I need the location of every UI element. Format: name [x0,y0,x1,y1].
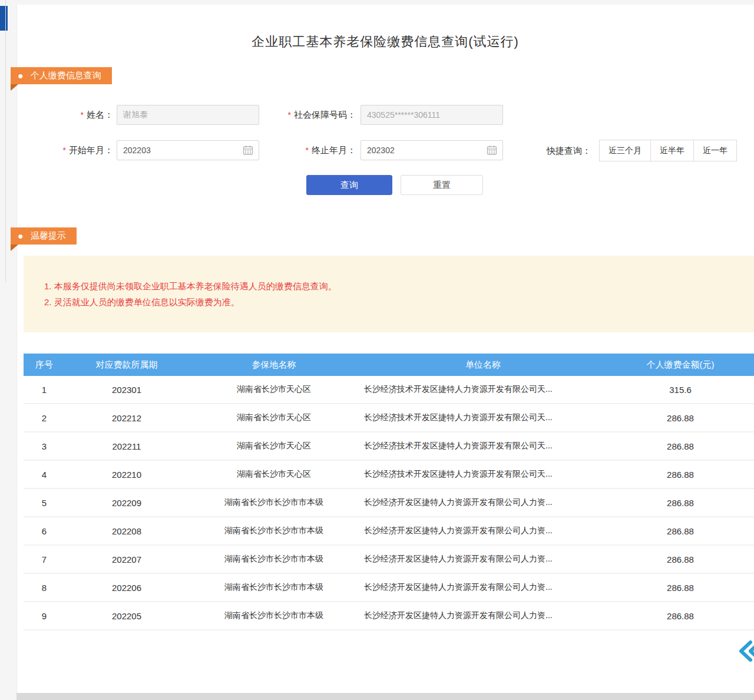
required-asterisk: * [63,146,66,155]
table-cell: 286.88 [607,441,754,451]
table-cell: 202301 [65,385,188,395]
page: 企业职工基本养老保险缴费信息查询(试运行) ● 个人缴费信息查询 *姓名： *社… [0,0,754,700]
table-cell: 长沙经济开发区捷特人力资源开发有限公司人力资... [359,497,607,508]
left-corner-accent [0,6,8,31]
table-cell: 湖南省长沙市天心区 [188,384,359,395]
table-cell: 286.88 [607,554,754,564]
table-cell: 湖南省长沙市天心区 [188,412,359,423]
table-cell: 202205 [65,611,188,621]
required-asterisk: * [306,146,309,155]
table-cell: 202209 [65,498,188,508]
results-table-body: 1202301湖南省长沙市天心区长沙经济技术开发区捷特人力资源开发有限公司天..… [24,376,754,630]
bullet-icon: ● [18,232,24,241]
table-cell: 286.88 [607,413,754,423]
double-chevron-left-icon[interactable] [738,640,754,662]
table-cell: 长沙经济开发区捷特人力资源开发有限公司人力资... [359,582,607,593]
table-cell: 202207 [65,554,188,564]
table-cell: 长沙经济开发区捷特人力资源开发有限公司人力资... [359,526,607,536]
table-cell: 湖南省长沙市天心区 [188,441,359,451]
reset-button[interactable]: 重置 [401,175,483,195]
table-cell: 长沙经济技术开发区捷特人力资源开发有限公司天... [359,441,607,451]
table-cell: 5 [24,498,65,508]
table-cell: 长沙经济技术开发区捷特人力资源开发有限公司天... [359,384,607,395]
quick-range-button[interactable]: 近三个月 [599,140,651,161]
table-cell: 2 [24,413,65,423]
table-cell: 202211 [65,441,188,451]
table-cell: 3 [24,441,65,451]
results-table-header: 序号对应费款所属期参保地名称单位名称个人缴费金额(元) [24,354,754,376]
table-row: 7202207湖南省长沙市长沙市市本级长沙经济开发区捷特人力资源开发有限公司人力… [24,546,754,574]
quick-query-group: 近三个月近半年近一年 [600,140,737,161]
table-row: 5202209湖南省长沙市长沙市市本级长沙经济开发区捷特人力资源开发有限公司人力… [24,489,754,517]
header-cell: 序号 [24,359,65,371]
table-row: 4202210湖南省长沙市天心区长沙经济技术开发区捷特人力资源开发有限公司天..… [24,461,754,489]
calendar-icon[interactable] [243,145,253,156]
table-cell: 湖南省长沙市长沙市市本级 [188,526,359,536]
table-cell: 湖南省长沙市长沙市市本级 [188,610,359,621]
table-cell: 湖南省长沙市天心区 [188,469,359,480]
table-cell: 8 [24,583,65,593]
notice-line: 1. 本服务仅提供尚未领取企业职工基本养老保险待遇人员的缴费信息查询。 [44,278,754,294]
header-cell: 单位名称 [359,359,607,371]
header-cell: 参保地名称 [188,359,359,371]
section-header-personal-query: ● 个人缴费信息查询 [11,67,112,84]
ssn-field[interactable] [361,105,503,125]
name-field[interactable] [117,105,259,125]
ssn-label: *社会保障号码： [264,105,356,125]
table-cell: 长沙经济开发区捷特人力资源开发有限公司人力资... [359,610,607,621]
notice-line: 2. 灵活就业人员的缴费单位信息以实际缴费为准。 [44,294,754,310]
table-cell: 4 [24,470,65,480]
table-row: 2202212湖南省长沙市天心区长沙经济技术开发区捷特人力资源开发有限公司天..… [24,404,754,432]
section-header-tips: ● 温馨提示 [11,227,77,245]
header-cell: 个人缴费金额(元) [607,359,754,371]
table-cell: 202210 [65,470,188,480]
section-label: 温馨提示 [31,230,66,242]
quick-range-button[interactable]: 近半年 [650,140,694,161]
table-cell: 286.88 [607,526,754,536]
table-row: 6202208湖南省长沙市长沙市市本级长沙经济开发区捷特人力资源开发有限公司人力… [24,517,754,546]
required-asterisk: * [81,110,84,120]
table-cell: 长沙经济开发区捷特人力资源开发有限公司人力资... [359,554,607,564]
section-label: 个人缴费信息查询 [31,70,101,81]
quick-query-label: 快捷查询： [547,140,591,161]
page-title: 企业职工基本养老保险缴费信息查询(试运行) [16,33,754,51]
end-month-field[interactable] [361,140,503,160]
collapsed-sidebar-edge [5,0,6,283]
start-month-field[interactable] [117,140,259,160]
table-cell: 湖南省长沙市长沙市市本级 [188,554,359,564]
table-row: 9202205湖南省长沙市长沙市市本级长沙经济开发区捷特人力资源开发有限公司人力… [24,602,754,630]
table-cell: 202212 [65,413,188,423]
results-table: 序号对应费款所属期参保地名称单位名称个人缴费金额(元) 1202301湖南省长沙… [24,354,754,630]
bullet-icon: ● [18,71,24,81]
ribbon-fold [11,245,18,251]
table-row: 1202301湖南省长沙市天心区长沙经济技术开发区捷特人力资源开发有限公司天..… [24,376,754,404]
ribbon-fold [11,84,18,91]
table-row: 8202206湖南省长沙市长沙市市本级长沙经济开发区捷特人力资源开发有限公司人力… [24,574,754,602]
header-cell: 对应费款所属期 [65,359,188,371]
table-cell: 9 [24,611,65,621]
notice-box: 1. 本服务仅提供尚未领取企业职工基本养老保险待遇人员的缴费信息查询。2. 灵活… [24,256,754,332]
table-cell: 长沙经济技术开发区捷特人力资源开发有限公司天... [359,412,607,423]
table-cell: 202206 [65,583,188,593]
table-cell: 湖南省长沙市长沙市市本级 [188,497,359,508]
name-label: *姓名： [52,105,113,125]
table-cell: 长沙经济技术开发区捷特人力资源开发有限公司天... [359,469,607,480]
table-cell: 湖南省长沙市长沙市市本级 [188,582,359,593]
start-month-label: *开始年月： [47,140,113,160]
calendar-icon[interactable] [487,145,497,156]
table-cell: 1 [24,385,65,395]
required-asterisk: * [288,110,291,120]
query-button[interactable]: 查询 [306,175,392,195]
table-row: 3202211湖南省长沙市天心区长沙经济技术开发区捷特人力资源开发有限公司天..… [24,432,754,461]
table-cell: 315.6 [607,385,754,395]
table-cell: 202208 [65,526,188,536]
table-cell: 286.88 [607,470,754,480]
table-cell: 7 [24,554,65,564]
table-cell: 286.88 [607,498,754,508]
table-cell: 286.88 [607,583,754,593]
footer-strip [16,693,754,700]
quick-range-button[interactable]: 近一年 [693,140,737,161]
table-cell: 286.88 [607,611,754,621]
table-cell: 6 [24,526,65,536]
end-month-label: *终止年月： [290,140,356,160]
